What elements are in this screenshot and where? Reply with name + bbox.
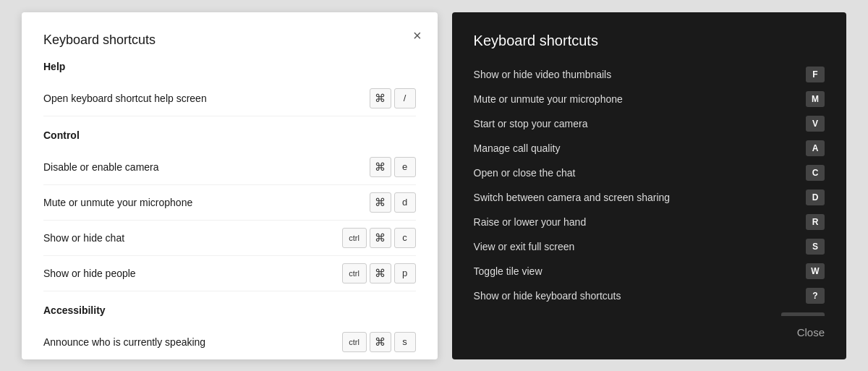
left-panel: Keyboard shortcuts × HelpOpen keyboard s… [22,12,438,359]
shortcut-row: Show or hide peoplectrl⌘p [43,256,416,291]
shortcut-keys: ctrl⌘c [342,228,416,248]
key-badge: ⌘ [370,157,391,177]
section-header: Control [43,129,416,141]
right-shortcut-row: View or exit full screenS [474,234,825,259]
key-badge: p [394,263,416,283]
right-key-badge: ? [806,288,825,304]
right-panel-title: Keyboard shortcuts [474,33,825,49]
shortcut-label: Announce who is currently speaking [43,336,205,348]
key-badge: ⌘ [370,88,391,108]
right-shortcut-label: Mute or unmute your microphone [474,93,623,105]
key-badge: ctrl [342,228,367,248]
right-shortcut-row: Show or hide keyboard shortcuts? [474,283,825,308]
right-key-badge: F [806,67,825,82]
right-shortcut-row: Show or hide video thumbnailsF [474,62,825,87]
right-shortcut-label: Push to talk [474,315,527,316]
shortcut-label: Show or hide people [43,268,136,279]
right-key-badge: C [806,165,825,181]
key-badge: ⌘ [370,263,391,283]
close-bottom: Close [474,326,825,339]
right-shortcut-label: Show or hide video thumbnails [474,69,612,80]
right-shortcuts-list: Show or hide video thumbnailsFMute or un… [474,62,825,316]
close-button[interactable]: × [413,28,422,43]
shortcut-label: Open keyboard shortcut help screen [43,93,207,104]
right-key-badge: M [806,91,825,107]
right-shortcut-row: Manage call qualityA [474,136,825,161]
key-badge: s [394,332,416,352]
right-shortcut-label: View or exit full screen [474,241,575,252]
shortcut-label: Disable or enable camera [43,161,159,173]
right-key-badge: S [806,239,825,255]
shortcut-keys: ⌘/ [370,88,416,108]
main-container: Keyboard shortcuts × HelpOpen keyboard s… [22,12,846,359]
section-header: Accessibility [43,304,416,316]
shortcut-row: Show or hide chatctrl⌘c [43,221,416,256]
shortcut-row: Mute or unmute your microphone⌘d [43,185,416,221]
key-badge: e [394,157,416,177]
right-shortcut-label: Show or hide keyboard shortcuts [474,290,621,302]
right-shortcut-row: Switch between camera and screen sharing… [474,185,825,210]
key-badge: c [394,228,416,248]
right-shortcut-label: Raise or lower your hand [474,216,587,228]
right-shortcut-row: Push to talkSPACE [474,308,825,316]
right-shortcut-label: Switch between camera and screen sharing [474,192,671,203]
shortcut-keys: ctrl⌘s [342,332,416,352]
right-shortcut-label: Open or close the chat [474,167,576,179]
right-shortcut-label: Manage call quality [474,142,561,154]
section-header: Help [43,61,416,72]
shortcut-keys: ⌘d [370,192,416,213]
shortcut-keys: ctrl⌘p [342,263,416,283]
key-badge: ctrl [342,263,367,283]
shortcut-row: Announce who is currently speakingctrl⌘s [43,325,416,359]
right-shortcut-row: Raise or lower your handR [474,210,825,234]
key-badge: ⌘ [370,332,391,352]
right-key-badge: V [806,116,825,132]
left-panel-title: Keyboard shortcuts [43,33,156,47]
key-badge: d [394,192,416,213]
right-shortcut-label: Start or stop your camera [474,118,588,129]
right-shortcut-row: Open or close the chatC [474,161,825,185]
shortcut-row: Disable or enable camera⌘e [43,150,416,185]
right-shortcut-label: Toggle tile view [474,265,542,277]
right-key-badge: A [806,140,825,156]
right-panel: Keyboard shortcuts Show or hide video th… [452,12,846,359]
right-shortcut-row: Mute or unmute your microphoneM [474,87,825,111]
key-badge: ctrl [342,332,367,352]
key-badge: ⌘ [370,228,391,248]
shortcut-label: Mute or unmute your microphone [43,197,192,208]
right-shortcut-row: Start or stop your cameraV [474,111,825,136]
right-key-badge: W [806,263,825,279]
key-badge: / [394,88,416,108]
key-badge: ⌘ [370,192,391,213]
shortcut-keys: ⌘e [370,157,416,177]
right-key-badge: R [806,214,825,230]
shortcut-row: Open keyboard shortcut help screen⌘/ [43,81,416,116]
left-sections: HelpOpen keyboard shortcut help screen⌘/… [43,61,416,359]
right-key-badge: D [806,189,825,205]
shortcut-label: Show or hide chat [43,232,124,244]
close-bottom-button[interactable]: Close [797,326,825,338]
right-key-badge: SPACE [781,312,825,316]
right-shortcut-row: Toggle tile viewW [474,259,825,283]
